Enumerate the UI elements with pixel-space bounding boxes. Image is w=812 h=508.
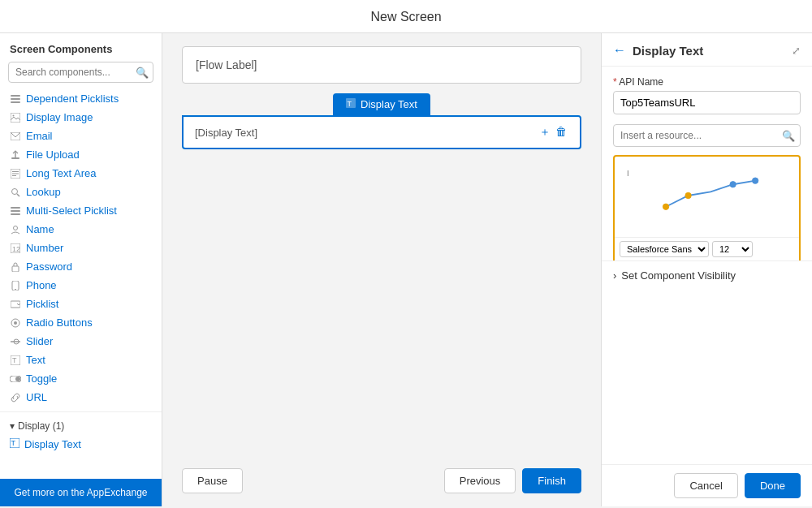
svg-rect-15 [11, 213, 20, 215]
cancel-button[interactable]: Cancel [674, 473, 737, 498]
svg-point-4 [13, 114, 15, 116]
sidebar-title: Screen Components [0, 33, 162, 62]
search-input[interactable] [8, 62, 153, 83]
pause-button[interactable]: Pause [182, 468, 243, 493]
delete-component-icon[interactable]: 🗑 [554, 125, 568, 140]
sidebar-item-multi-select-picklist[interactable]: Multi-Select Picklist [0, 201, 162, 220]
search-icon: 🔍 [136, 67, 149, 79]
resource-search-input[interactable] [613, 124, 801, 147]
sidebar-item-label: Password [26, 260, 72, 273]
rte-font-row: Salesforce Sans 12 [620, 241, 794, 257]
svg-rect-19 [12, 266, 19, 272]
right-panel-body: * API Name 🔍 | [602, 67, 812, 260]
multi-list-icon [10, 205, 21, 217]
sidebar-item-long-text-area[interactable]: Long Text Area [0, 164, 162, 183]
sidebar-item-name[interactable]: Name [0, 220, 162, 239]
chevron-right-icon: › [613, 269, 616, 282]
sidebar-item-label: Phone [26, 279, 57, 291]
rte-font-family-select[interactable]: Salesforce Sans [620, 241, 709, 257]
page-title: New Screen [370, 10, 441, 24]
sidebar-item-label: Slider [26, 335, 53, 347]
svg-line-12 [17, 194, 19, 196]
expand-icon[interactable]: ⤢ [792, 45, 801, 57]
set-visibility-section[interactable]: › Set Component Visibility [602, 260, 812, 290]
number-icon: 12 [10, 243, 21, 254]
sidebar-item-label: Dependent Picklists [26, 93, 119, 105]
sidebar-item-slider[interactable]: Slider [0, 332, 162, 351]
search-box: 🔍 [8, 62, 153, 83]
svg-rect-22 [11, 301, 20, 308]
lookup-icon [10, 187, 21, 198]
email-icon [10, 131, 21, 142]
sidebar-item-label: Email [26, 130, 53, 142]
rte-font-size-select[interactable]: 12 [712, 241, 753, 257]
svg-rect-6 [11, 157, 19, 159]
svg-text:T: T [11, 439, 16, 447]
sidebar-item-toggle[interactable]: Toggle [0, 369, 162, 388]
sidebar-item-email[interactable]: Email [0, 127, 162, 145]
appexchange-button[interactable]: Get more on the AppExchange [0, 479, 162, 506]
sidebar-display-section[interactable]: ▾ Display (1) [0, 417, 162, 435]
svg-rect-10 [12, 175, 16, 176]
component-placeholder-text: [Display Text] [195, 127, 538, 139]
sidebar-item-lookup[interactable]: Lookup [0, 183, 162, 201]
svg-point-16 [14, 226, 18, 230]
svg-point-36 [685, 192, 691, 198]
component-box: [Display Text] ＋ 🗑 [182, 115, 581, 149]
panel-title: Display Text [633, 44, 703, 58]
sidebar-item-display-image[interactable]: Display Image [0, 108, 162, 127]
sidebar-item-label: File Upload [26, 149, 80, 161]
add-component-icon[interactable]: ＋ [538, 125, 552, 140]
display-text-icon: T [10, 438, 19, 450]
svg-text:12: 12 [12, 245, 20, 253]
finish-button[interactable]: Finish [522, 468, 581, 493]
password-icon [10, 261, 21, 273]
rte-content-area[interactable]: | [615, 157, 799, 237]
flow-label-text: [Flow Label] [196, 58, 257, 71]
spacer [602, 290, 812, 464]
sidebar-item-number[interactable]: 12 Number [0, 239, 162, 257]
set-visibility-label: Set Component Visibility [621, 269, 736, 282]
sidebar-list: Dependent Picklists Display Image Email … [0, 89, 162, 479]
svg-rect-13 [11, 207, 20, 209]
svg-point-30 [15, 377, 20, 381]
sidebar-item-display-text[interactable]: T Display Text [0, 435, 162, 454]
svg-rect-3 [11, 113, 20, 123]
flow-label-box: [Flow Label] [182, 46, 581, 84]
sidebar-item-label: Long Text Area [26, 167, 97, 179]
previous-button[interactable]: Previous [444, 468, 516, 493]
done-button[interactable]: Done [745, 473, 801, 498]
sidebar-item-password[interactable]: Password [0, 257, 162, 276]
radio-icon [10, 317, 21, 329]
right-panel-header: ← Display Text ⤢ [602, 33, 812, 67]
sidebar-item-picklist[interactable]: Picklist [0, 295, 162, 313]
sidebar-item-label: Radio Buttons [26, 316, 93, 329]
sidebar-item-file-upload[interactable]: File Upload [0, 145, 162, 164]
sidebar-item-label: Picklist [26, 298, 58, 310]
svg-point-38 [752, 178, 758, 183]
resource-search: 🔍 [613, 124, 801, 147]
svg-rect-1 [11, 98, 20, 100]
sidebar-item-url[interactable]: URL [0, 388, 162, 407]
svg-rect-14 [11, 210, 20, 212]
list-icon [10, 93, 21, 105]
rich-text-editor[interactable]: | Salesforce Sans 12 [613, 155, 801, 260]
sidebar-item-dependent-picklists[interactable]: Dependent Picklists [0, 89, 162, 108]
sidebar-item-label: Toggle [26, 372, 57, 385]
page-header: New Screen [0, 0, 812, 33]
sidebar-item-text[interactable]: T Text [0, 351, 162, 369]
display-text-tab-button[interactable]: T Display Text [333, 93, 430, 115]
nav-buttons: Previous Finish [444, 468, 581, 493]
display-text-tab: T Display Text [182, 93, 581, 115]
sidebar-item-phone[interactable]: Phone [0, 276, 162, 295]
svg-text:T: T [348, 100, 352, 108]
sidebar-item-label: Text [26, 354, 45, 366]
svg-rect-9 [12, 173, 19, 174]
rte-chart: | [621, 163, 793, 228]
back-button[interactable]: ← [613, 43, 626, 58]
svg-rect-8 [12, 171, 19, 172]
sidebar-item-label: URL [26, 391, 47, 403]
sidebar-item-radio-buttons[interactable]: Radio Buttons [0, 313, 162, 332]
component-actions: ＋ 🗑 [538, 125, 568, 140]
api-name-input[interactable] [613, 91, 801, 114]
